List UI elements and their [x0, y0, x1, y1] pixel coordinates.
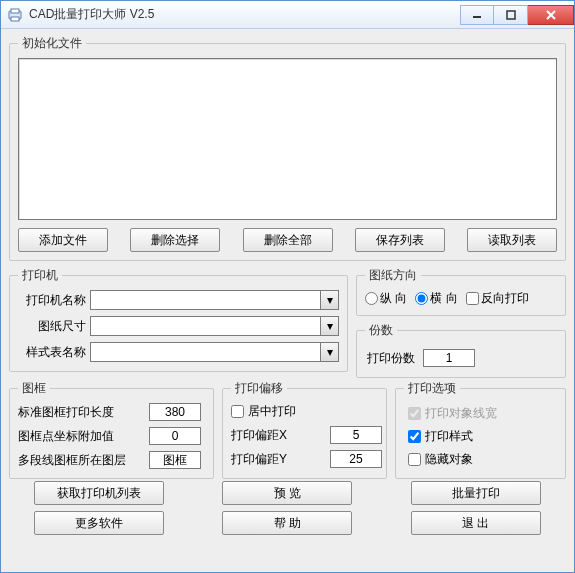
offset-x-input[interactable]	[330, 426, 382, 444]
printer-legend: 打印机	[18, 267, 62, 284]
offset-x-label: 打印偏距X	[231, 427, 324, 444]
landscape-radio-label[interactable]: 横 向	[415, 290, 457, 307]
titlebar: CAD批量打印大师 V2.5	[1, 1, 574, 29]
orientation-group: 图纸方向 纵 向 横 向 反向打印	[356, 267, 566, 316]
load-list-button[interactable]: 读取列表	[467, 228, 557, 252]
chevron-down-icon[interactable]: ▾	[321, 342, 339, 362]
paper-size-label: 图纸尺寸	[18, 318, 86, 335]
center-print-label: 居中打印	[248, 403, 296, 420]
printer-orient-row: 打印机 打印机名称 ▾ 图纸尺寸 ▾ 样式表名称 ▾	[9, 267, 566, 378]
lineweight-checkbox	[408, 407, 421, 420]
paper-size-combo[interactable]: ▾	[90, 316, 339, 336]
style-table-combo[interactable]: ▾	[90, 342, 339, 362]
frame-layer-input[interactable]	[149, 451, 201, 469]
preview-button[interactable]: 预 览	[222, 481, 352, 505]
client-area: 初始化文件 添加文件 删除选择 删除全部 保存列表 读取列表 打印机 打印机名称…	[1, 29, 574, 572]
chevron-down-icon[interactable]: ▾	[321, 290, 339, 310]
print-options-group: 打印选项 打印对象线宽 打印样式 隐藏对象	[395, 380, 566, 479]
help-button[interactable]: 帮 助	[222, 511, 352, 535]
save-list-button[interactable]: 保存列表	[355, 228, 445, 252]
svg-rect-4	[507, 11, 515, 19]
landscape-radio[interactable]	[415, 292, 428, 305]
bottom-buttons-row: 获取打印机列表 更多软件 预 览 帮 助 批量打印 退 出	[9, 481, 566, 535]
attach-value-label: 图框点坐标附加值	[18, 428, 143, 445]
frame-legend: 图框	[18, 380, 50, 397]
center-print-checkbox[interactable]	[231, 405, 244, 418]
std-length-label: 标准图框打印长度	[18, 404, 143, 421]
offset-legend: 打印偏移	[231, 380, 287, 397]
portrait-radio[interactable]	[365, 292, 378, 305]
remove-all-button[interactable]: 删除全部	[243, 228, 333, 252]
more-software-button[interactable]: 更多软件	[34, 511, 164, 535]
printer-name-label: 打印机名称	[18, 292, 86, 309]
copies-label: 打印份数	[367, 350, 415, 367]
get-printers-button[interactable]: 获取打印机列表	[34, 481, 164, 505]
exit-button[interactable]: 退 出	[411, 511, 541, 535]
add-file-button[interactable]: 添加文件	[18, 228, 108, 252]
file-listbox[interactable]	[18, 58, 557, 220]
printer-group: 打印机 打印机名称 ▾ 图纸尺寸 ▾ 样式表名称 ▾	[9, 267, 348, 372]
orientation-legend: 图纸方向	[365, 267, 421, 284]
printer-name-combo[interactable]: ▾	[90, 290, 339, 310]
print-style-option[interactable]: 打印样式	[408, 428, 553, 445]
maximize-button[interactable]	[494, 5, 528, 25]
window-buttons	[460, 5, 574, 25]
attach-value-input[interactable]	[149, 427, 201, 445]
svg-rect-2	[11, 17, 19, 21]
frame-offset-options-row: 图框 标准图框打印长度 图框点坐标附加值 多段线图框所在图层 打印偏移 居中打印	[9, 380, 566, 479]
minimize-button[interactable]	[460, 5, 494, 25]
frame-layer-label: 多段线图框所在图层	[18, 452, 143, 469]
copies-group: 份数 打印份数	[356, 322, 566, 378]
remove-selected-button[interactable]: 删除选择	[130, 228, 220, 252]
print-options-legend: 打印选项	[404, 380, 460, 397]
reverse-check-label[interactable]: 反向打印	[466, 290, 529, 307]
app-icon	[7, 7, 23, 23]
svg-rect-1	[11, 9, 19, 13]
app-window: CAD批量打印大师 V2.5 初始化文件 添加文件 删除选择 删除全部 保存列表…	[0, 0, 575, 573]
printer-name-input[interactable]	[90, 290, 321, 310]
offset-group: 打印偏移 居中打印 打印偏距X 打印偏距Y	[222, 380, 387, 479]
std-length-input[interactable]	[149, 403, 201, 421]
window-title: CAD批量打印大师 V2.5	[29, 6, 154, 23]
file-buttons-row: 添加文件 删除选择 删除全部 保存列表 读取列表	[18, 228, 557, 252]
style-table-input[interactable]	[90, 342, 321, 362]
hide-objects-option[interactable]: 隐藏对象	[408, 451, 553, 468]
paper-size-input[interactable]	[90, 316, 321, 336]
print-style-checkbox[interactable]	[408, 430, 421, 443]
hide-objects-checkbox[interactable]	[408, 453, 421, 466]
frame-group: 图框 标准图框打印长度 图框点坐标附加值 多段线图框所在图层	[9, 380, 214, 479]
portrait-radio-label[interactable]: 纵 向	[365, 290, 407, 307]
copies-legend: 份数	[365, 322, 397, 339]
copies-input[interactable]	[423, 349, 475, 367]
batch-print-button[interactable]: 批量打印	[411, 481, 541, 505]
chevron-down-icon[interactable]: ▾	[321, 316, 339, 336]
style-table-label: 样式表名称	[18, 344, 86, 361]
reverse-print-checkbox[interactable]	[466, 292, 479, 305]
lineweight-option: 打印对象线宽	[408, 405, 553, 422]
init-file-group: 初始化文件 添加文件 删除选择 删除全部 保存列表 读取列表	[9, 35, 566, 261]
close-button[interactable]	[528, 5, 574, 25]
offset-y-input[interactable]	[330, 450, 382, 468]
offset-y-label: 打印偏距Y	[231, 451, 324, 468]
init-file-legend: 初始化文件	[18, 35, 86, 52]
